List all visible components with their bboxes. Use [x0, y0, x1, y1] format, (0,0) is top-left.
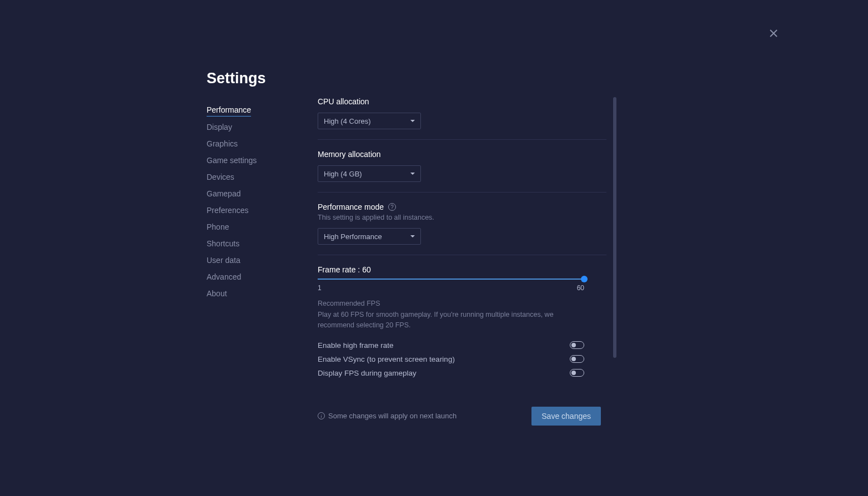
memory-allocation-dropdown[interactable]: High (4 GB) — [318, 165, 421, 182]
toggle-vsync-row: Enable VSync (to prevent screen tearing) — [318, 352, 584, 366]
performance-mode-sublabel: This setting is applied to all instances… — [318, 214, 606, 221]
performance-mode-value: High Performance — [324, 232, 382, 241]
cpu-allocation-value: High (4 Cores) — [324, 117, 371, 125]
toggle-display-fps-row: Display FPS during gameplay — [318, 366, 584, 380]
nav-item-phone[interactable]: Phone — [207, 219, 318, 235]
performance-mode-section: Performance mode ? This setting is appli… — [318, 203, 606, 255]
memory-allocation-label: Memory allocation — [318, 150, 606, 159]
nav-item-user-data[interactable]: User data — [207, 252, 318, 269]
toggle-knob — [571, 371, 576, 375]
recommended-fps-text: Play at 60 FPS for smooth gameplay. If y… — [318, 310, 584, 331]
frame-rate-section: Frame rate : 60 1 60 Recommended FPS Pla… — [318, 265, 606, 390]
performance-mode-dropdown[interactable]: High Performance — [318, 228, 421, 245]
memory-allocation-value: High (4 GB) — [324, 170, 362, 178]
frame-rate-label: Frame rate : 60 — [318, 265, 606, 274]
cpu-allocation-label: CPU allocation — [318, 97, 606, 106]
nav-item-advanced[interactable]: Advanced — [207, 269, 318, 285]
settings-content: CPU allocation High (4 Cores) Memory all… — [318, 69, 606, 426]
settings-footer: i Some changes will apply on next launch… — [318, 407, 601, 426]
recommended-fps-title: Recommended FPS — [318, 300, 606, 307]
nav-item-about[interactable]: About — [207, 285, 318, 302]
caret-down-icon — [410, 235, 415, 237]
help-icon[interactable]: ? — [388, 203, 396, 211]
caret-down-icon — [410, 120, 415, 122]
cpu-allocation-section: CPU allocation High (4 Cores) — [318, 97, 606, 140]
performance-mode-label: Performance mode ? — [318, 203, 606, 211]
close-icon — [769, 29, 778, 38]
nav-item-gamepad[interactable]: Gamepad — [207, 185, 318, 202]
slider-thumb[interactable] — [581, 276, 588, 282]
nav-item-display[interactable]: Display — [207, 119, 318, 135]
caret-down-icon — [410, 173, 415, 175]
nav-item-graphics[interactable]: Graphics — [207, 135, 318, 152]
toggle-high-frame-rate[interactable] — [570, 341, 584, 349]
footer-note: i Some changes will apply on next launch — [318, 412, 456, 420]
close-button[interactable] — [768, 28, 779, 39]
nav-item-shortcuts[interactable]: Shortcuts — [207, 235, 318, 252]
save-changes-button[interactable]: Save changes — [531, 407, 601, 426]
nav-item-game-settings[interactable]: Game settings — [207, 152, 318, 169]
toggle-vsync-label: Enable VSync (to prevent screen tearing) — [318, 355, 455, 363]
toggle-high-frame-rate-row: Enable high frame rate — [318, 338, 584, 352]
nav-item-preferences[interactable]: Preferences — [207, 202, 318, 219]
frame-rate-slider[interactable] — [318, 279, 584, 280]
toggle-vsync[interactable] — [570, 355, 584, 363]
toggle-knob — [571, 343, 576, 347]
memory-allocation-section: Memory allocation High (4 GB) — [318, 150, 606, 193]
cpu-allocation-dropdown[interactable]: High (4 Cores) — [318, 113, 421, 129]
settings-sidebar: Performance Display Graphics Game settin… — [207, 69, 318, 426]
slider-max: 60 — [577, 284, 584, 292]
toggle-display-fps-label: Display FPS during gameplay — [318, 369, 417, 377]
slider-min: 1 — [318, 284, 322, 292]
info-icon: i — [318, 412, 325, 419]
page-title: Settings — [207, 70, 266, 87]
nav-item-devices[interactable]: Devices — [207, 169, 318, 185]
toggle-display-fps[interactable] — [570, 369, 584, 377]
toggle-high-frame-rate-label: Enable high frame rate — [318, 341, 394, 350]
nav-item-performance[interactable]: Performance — [207, 102, 251, 117]
scrollbar[interactable] — [613, 97, 616, 358]
toggle-knob — [571, 357, 576, 361]
